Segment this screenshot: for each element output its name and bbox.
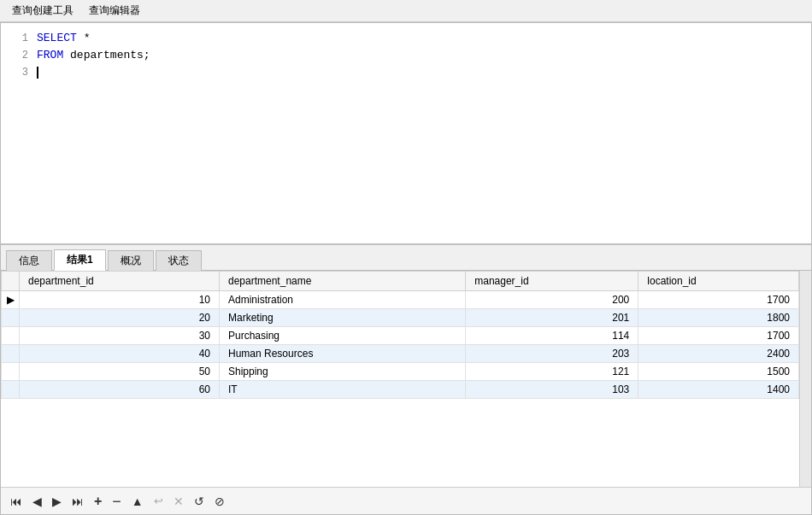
menu-bar: 查询创建工具 查询编辑器 [0, 0, 812, 22]
cell-mgr-id: 203 [466, 345, 638, 363]
row-indicator [2, 345, 20, 363]
refresh-button[interactable]: ↺ [191, 495, 207, 508]
editor-line-1: 1 SELECT * [8, 30, 804, 47]
menu-query-builder[interactable]: 查询创建工具 [5, 2, 80, 20]
table-row[interactable]: 60IT1031400 [2, 381, 799, 399]
row-indicator [2, 309, 20, 327]
table-row[interactable]: 30Purchasing1141700 [2, 327, 799, 345]
clear-button[interactable]: ⊘ [212, 495, 227, 508]
row-indicator [2, 363, 20, 381]
sql-editor[interactable]: 1 SELECT * 2 FROM departments; 3 [1, 23, 811, 245]
editor-line-2: 2 FROM departments; [8, 47, 804, 64]
line-number-3: 3 [8, 64, 28, 81]
cell-loc-id: 1400 [638, 381, 799, 399]
cell-mgr-id: 103 [466, 381, 638, 399]
row-indicator: ▶ [2, 291, 20, 309]
cell-dept-id: 50 [20, 363, 220, 381]
cell-dept-name: Marketing [220, 309, 466, 327]
cell-dept-id: 60 [20, 381, 220, 399]
tab-overview[interactable]: 概况 [108, 250, 154, 271]
table-header-row: department_id department_name manager_id… [2, 272, 799, 291]
add-button[interactable]: + [91, 494, 104, 509]
cell-mgr-id: 200 [466, 291, 638, 309]
cell-dept-id: 30 [20, 327, 220, 345]
results-area[interactable]: department_id department_name manager_id… [1, 271, 799, 487]
editor-line-3: 3 [8, 64, 804, 81]
line-number-2: 2 [8, 47, 28, 64]
delete-button[interactable]: − [109, 493, 124, 510]
next-button[interactable]: ▶ [50, 495, 64, 508]
keyword-from: FROM [37, 49, 63, 61]
cancel-button[interactable]: ✕ [171, 495, 186, 508]
tabs-bar: 信息 结果1 概况 状态 [1, 245, 811, 271]
first-button[interactable]: ⏮ [8, 495, 25, 508]
cell-loc-id: 1500 [638, 363, 799, 381]
cell-dept-id: 10 [20, 291, 220, 309]
cell-mgr-id: 201 [466, 309, 638, 327]
table-row[interactable]: 40Human Resources2032400 [2, 345, 799, 363]
cell-dept-name: Shipping [220, 363, 466, 381]
col-header-dept-id: department_id [20, 272, 220, 291]
row-indicator-header [2, 272, 20, 291]
undo-button[interactable]: ↩ [151, 495, 166, 507]
row-indicator [2, 381, 20, 399]
prev-button[interactable]: ◀ [30, 495, 44, 508]
editor-cursor [37, 67, 38, 79]
main-container: 1 SELECT * 2 FROM departments; 3 [0, 22, 812, 515]
cell-loc-id: 2400 [638, 345, 799, 363]
table-row[interactable]: 20Marketing2011800 [2, 309, 799, 327]
cell-dept-name: Purchasing [220, 327, 466, 345]
last-button[interactable]: ⏭ [69, 495, 86, 508]
bottom-toolbar: ⏮ ◀ ▶ ⏭ + − ▲ ↩ ✕ ↺ ⊘ [1, 487, 811, 514]
results-table: department_id department_name manager_id… [1, 271, 799, 399]
tab-results1[interactable]: 结果1 [54, 249, 106, 271]
cell-mgr-id: 121 [466, 363, 638, 381]
cell-loc-id: 1800 [638, 309, 799, 327]
from-table: departments; [70, 49, 150, 61]
cell-mgr-id: 114 [466, 327, 638, 345]
select-star: * [84, 32, 91, 44]
line-content-1: SELECT * [37, 30, 90, 47]
col-header-loc-id: location_id [638, 272, 799, 291]
table-row[interactable]: ▶10Administration2001700 [2, 291, 799, 309]
line-content-2: FROM departments; [37, 47, 150, 64]
table-row[interactable]: 50Shipping1211500 [2, 363, 799, 381]
line-content-3 [37, 64, 38, 81]
editor-content: 1 SELECT * 2 FROM departments; 3 [1, 26, 811, 85]
vertical-scrollbar[interactable] [799, 271, 811, 487]
row-indicator [2, 327, 20, 345]
tab-status[interactable]: 状态 [156, 250, 202, 271]
cell-dept-name: Human Resources [220, 345, 466, 363]
menu-query-editor[interactable]: 查询编辑器 [82, 2, 147, 20]
cell-loc-id: 1700 [638, 327, 799, 345]
keyword-select: SELECT [37, 32, 77, 44]
tab-info[interactable]: 信息 [6, 250, 52, 271]
up-button[interactable]: ▲ [129, 495, 146, 508]
results-wrapper: department_id department_name manager_id… [1, 271, 811, 487]
cell-dept-id: 20 [20, 309, 220, 327]
col-header-dept-name: department_name [220, 272, 466, 291]
cell-dept-name: Administration [220, 291, 466, 309]
cell-dept-id: 40 [20, 345, 220, 363]
line-number-1: 1 [8, 30, 28, 47]
cell-loc-id: 1700 [638, 291, 799, 309]
col-header-mgr-id: manager_id [466, 272, 638, 291]
cell-dept-name: IT [220, 381, 466, 399]
